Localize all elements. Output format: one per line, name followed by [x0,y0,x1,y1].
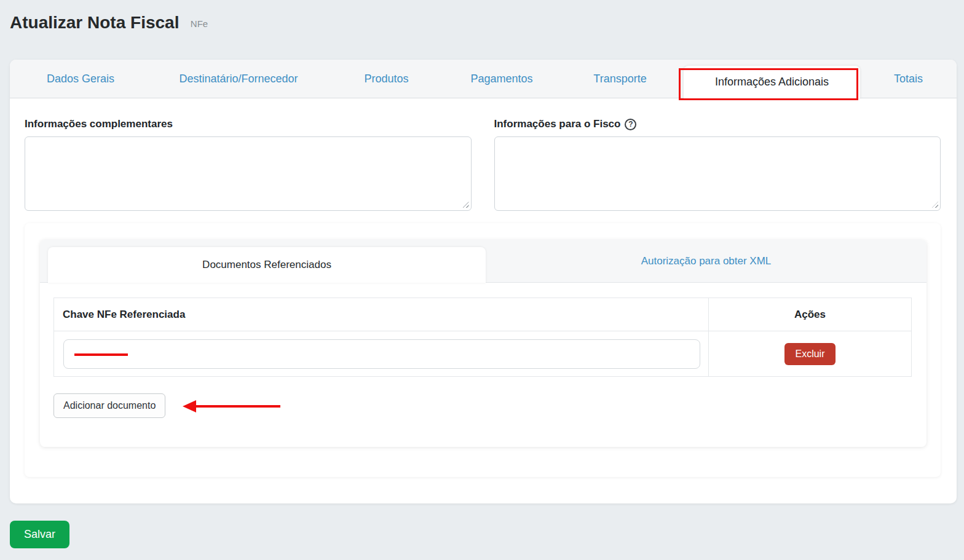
adicionar-documento-button[interactable]: Adicionar documento [53,393,165,418]
tab-autorizacao-obter-xml[interactable]: Autorização para obter XML [486,240,926,282]
page-title: Atualizar Nota Fiscal [10,13,179,33]
column-header-acoes: Ações [709,298,912,331]
help-icon[interactable]: ? [625,119,636,130]
informacoes-complementares-label: Informações complementares [25,118,472,130]
tab-documentos-referenciados[interactable]: Documentos Referenciados [48,247,486,283]
tab-content-informacoes-adicionais: Informações complementares Informações p… [10,98,957,503]
nested-tab-bar: Documentos Referenciados Autorização par… [40,240,926,283]
tab-informacoes-adicionais[interactable]: Informações Adicionais [684,66,860,98]
referenced-documents-table: Chave NFe Referenciada Ações Excluir [53,298,912,377]
informacoes-fisco-label-text: Informações para o Fisco [494,118,621,130]
table-row: Excluir [54,331,912,377]
informacoes-complementares-textarea[interactable] [25,136,472,211]
referenced-documents-section: Documentos Referenciados Autorização par… [25,223,941,477]
excluir-button[interactable]: Excluir [784,343,835,365]
chave-nfe-referenciada-input[interactable] [63,339,700,369]
field-informacoes-complementares: Informações complementares [25,118,472,211]
page-header: Atualizar Nota Fiscal NFe [0,0,964,60]
informacoes-fisco-textarea[interactable] [494,136,941,211]
tab-transporte[interactable]: Transporte [556,60,684,98]
table-header-row: Chave NFe Referenciada Ações [54,298,912,331]
column-header-chave-nfe: Chave NFe Referenciada [54,298,709,331]
tab-totais[interactable]: Totais [860,60,957,98]
informacoes-fisco-label: Informações para o Fisco ? [494,118,941,130]
tab-pagamentos[interactable]: Pagamentos [447,60,556,98]
tab-destinatario-fornecedor[interactable]: Destinatário/Fornecedor [151,60,326,98]
page-subtitle: NFe [191,18,208,29]
salvar-button[interactable]: Salvar [10,521,69,548]
documentos-referenciados-content: Chave NFe Referenciada Ações Excluir [40,283,926,447]
tab-dados-gerais[interactable]: Dados Gerais [10,60,151,98]
nfe-form-card: Dados Gerais Destinatário/Fornecedor Pro… [10,60,957,503]
info-fields-row: Informações complementares Informações p… [25,118,941,211]
referenced-documents-panel: Documentos Referenciados Autorização par… [40,240,926,447]
main-tab-bar: Dados Gerais Destinatário/Fornecedor Pro… [10,60,957,98]
tab-produtos[interactable]: Produtos [326,60,447,98]
field-informacoes-fisco: Informações para o Fisco ? [494,118,941,211]
